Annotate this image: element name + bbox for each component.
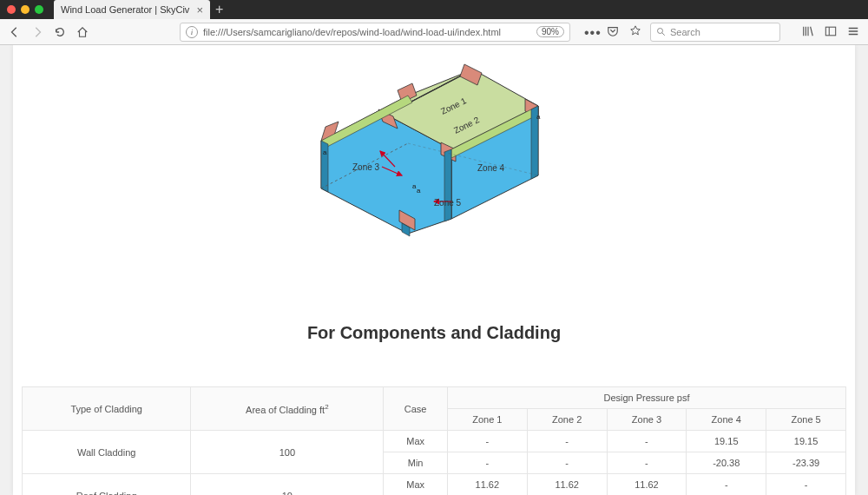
building-diagram: Zone 1 Zone 2 Zone 3 Zone 4 Zone 5 a a a…	[13, 45, 855, 280]
info-icon[interactable]: i	[186, 26, 198, 38]
svg-rect-1	[825, 27, 835, 36]
cell-area: 10	[191, 474, 384, 496]
cell-area: 100	[191, 431, 384, 474]
table-row: Roof Cladding 10 Max 11.62 11.62 11.62 -…	[23, 474, 846, 496]
minimize-window-button[interactable]	[21, 5, 30, 14]
cell-z1: 11.62	[447, 474, 527, 496]
viewport: Zone 1 Zone 2 Zone 3 Zone 4 Zone 5 a a a…	[0, 45, 868, 495]
svg-marker-17	[444, 149, 451, 221]
reload-button[interactable]	[52, 24, 68, 40]
cell-z5: -23.39	[766, 452, 846, 474]
forward-button[interactable]	[30, 24, 45, 40]
zoom-level[interactable]: 90%	[536, 26, 564, 37]
cell-z2: 11.62	[527, 474, 607, 496]
close-window-button[interactable]	[7, 5, 16, 14]
cladding-table: Type of Cladding Area of Cladding ft2 Ca…	[22, 386, 846, 495]
th-zone3: Zone 3	[607, 409, 687, 431]
browser-toolbar: i file:///Users/samcarigliano/dev/repos/…	[0, 19, 868, 45]
browser-tab[interactable]: Wind Load Generator | SkyCiv ×	[54, 0, 210, 19]
cell-z4: 19.15	[687, 431, 766, 452]
th-design-pressure: Design Pressure psf	[447, 387, 845, 409]
diagram-label-zone3: Zone 3	[352, 162, 380, 172]
cell-z2: -	[527, 431, 607, 452]
back-button[interactable]	[7, 24, 23, 40]
tab-title: Wind Load Generator | SkyCiv	[61, 4, 189, 15]
url-text: file:///Users/samcarigliano/dev/repos/wi…	[203, 27, 531, 37]
cell-z1: -	[447, 452, 527, 474]
cell-z1: -	[447, 431, 527, 452]
cell-type: Roof Cladding	[23, 474, 191, 496]
table-row: Wall Cladding 100 Max - - - 19.15 19.15	[23, 431, 846, 452]
th-zone4: Zone 4	[687, 409, 766, 431]
window-controls	[7, 5, 43, 14]
cell-z5: -	[766, 474, 846, 496]
menu-icon[interactable]	[847, 25, 861, 39]
cell-case: Max	[384, 431, 448, 452]
cell-case: Min	[384, 452, 448, 474]
diagram-label-a3: a	[417, 187, 421, 195]
cell-z2: -	[527, 452, 607, 474]
cell-z4: -	[687, 474, 766, 496]
cell-z3: 11.62	[607, 474, 687, 496]
search-bar[interactable]: Search	[650, 23, 780, 42]
search-icon	[656, 27, 667, 37]
titlebar: Wind Load Generator | SkyCiv × +	[0, 0, 868, 19]
address-bar[interactable]: i file:///Users/samcarigliano/dev/repos/…	[180, 23, 570, 42]
th-case: Case	[384, 387, 448, 431]
cell-z3: -	[607, 431, 687, 452]
page-content: Zone 1 Zone 2 Zone 3 Zone 4 Zone 5 a a a…	[13, 45, 855, 495]
diagram-label-a4: a	[536, 113, 541, 121]
sidebar-icon[interactable]	[825, 25, 838, 39]
building-svg: Zone 1 Zone 2 Zone 3 Zone 4 Zone 5 a a a…	[295, 54, 573, 280]
more-icon[interactable]: •••	[584, 25, 598, 39]
th-area: Area of Cladding ft2	[191, 387, 384, 431]
table-header-row-1: Type of Cladding Area of Cladding ft2 Ca…	[23, 387, 846, 409]
th-zone2: Zone 2	[527, 409, 607, 431]
th-type: Type of Cladding	[23, 387, 191, 431]
pocket-icon[interactable]	[607, 25, 621, 39]
diagram-label-a1: a	[323, 148, 327, 156]
diagram-label-zone4: Zone 4	[477, 163, 505, 173]
th-zone1: Zone 1	[447, 409, 527, 431]
bookmark-icon[interactable]	[629, 25, 643, 39]
maximize-window-button[interactable]	[35, 5, 43, 14]
new-tab-button[interactable]: +	[215, 2, 223, 17]
home-button[interactable]	[75, 24, 90, 40]
cell-z4: -20.38	[687, 452, 766, 474]
th-zone5: Zone 5	[766, 409, 846, 431]
library-icon[interactable]	[802, 25, 816, 39]
search-placeholder: Search	[670, 27, 700, 37]
diagram-label-zone5: Zone 5	[434, 198, 462, 208]
cell-case: Max	[384, 474, 448, 496]
cell-z3: -	[607, 452, 687, 474]
cell-type: Wall Cladding	[23, 431, 191, 474]
svg-point-0	[658, 28, 663, 33]
cell-z5: 19.15	[766, 431, 846, 452]
section-title: For Components and Cladding	[13, 323, 855, 343]
close-tab-icon[interactable]: ×	[196, 3, 203, 16]
